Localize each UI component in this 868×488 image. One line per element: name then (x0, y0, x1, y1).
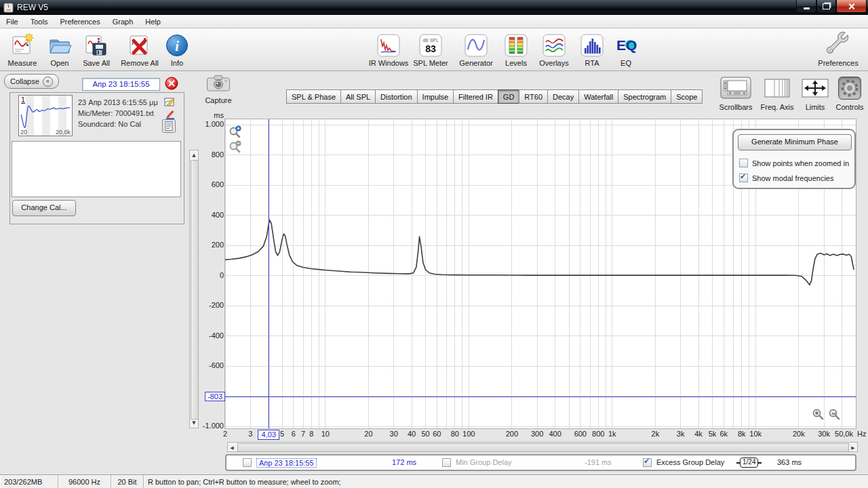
tab-all-spl[interactable]: All SPL (340, 89, 376, 104)
graph-controls-panel: Generate Minimum Phase Show points when … (732, 129, 856, 189)
show-points-row[interactable]: Show points when zoomed in (739, 159, 849, 167)
tab-spl-phase[interactable]: SPL & Phase (286, 89, 341, 104)
capture-label: Capture (201, 96, 236, 104)
scroll-right-icon[interactable]: ▶ (850, 445, 856, 451)
y-tick--400: -400 (193, 331, 224, 340)
show-points-checkbox[interactable] (739, 159, 748, 167)
generate-minimum-phase-button[interactable]: Generate Minimum Phase (738, 134, 852, 150)
menu-file[interactable]: File (0, 16, 24, 27)
x-tick-10k: 10k (742, 430, 769, 438)
zoom-out-icon[interactable] (229, 140, 241, 156)
tab-distortion[interactable]: Distortion (375, 89, 417, 104)
tab-filtered-ir[interactable]: Filtered IR (453, 89, 498, 104)
limits-button[interactable]: Limits (795, 76, 835, 111)
delete-icon (165, 77, 178, 90)
measurement-thumbnail[interactable]: 1 20 20,0k (18, 95, 73, 136)
vertical-scroll-thumb[interactable] (191, 160, 199, 420)
pen-icon (165, 108, 176, 119)
min-group-delay-label: Min Group Delay (456, 458, 512, 466)
delete-measurement-button[interactable] (165, 77, 178, 90)
freq-axis-label: Freq. Axis (757, 103, 797, 111)
menu-tools[interactable]: Tools (24, 16, 54, 27)
info-button[interactable]: i Info (152, 30, 202, 67)
graph-vertical-scrollbar[interactable]: ▲ ▼ (189, 150, 199, 428)
notes-button[interactable] (162, 119, 176, 136)
show-modal-row[interactable]: Show modal frequencies (739, 174, 833, 182)
x-tick-100: 100 (455, 430, 482, 438)
y-axis-unit: ms (199, 111, 224, 119)
smoothing-control[interactable]: 1/24 (736, 458, 762, 468)
excess-group-delay-label: Excess Group Delay (656, 458, 724, 466)
measurement-date: 23 Апр 2013 6:15:55 μμ (78, 98, 158, 106)
measurement-name-input[interactable]: Апр 23 18:15:55 (82, 78, 160, 91)
cal-edit-button[interactable] (164, 96, 175, 110)
minimize-button[interactable] (796, 0, 816, 13)
tab-scope[interactable]: Scope (671, 89, 703, 104)
tab-rt60[interactable]: RT60 (519, 89, 548, 104)
preferences-button[interactable]: Preferences (813, 30, 863, 67)
excess-group-delay-checkbox[interactable] (643, 458, 652, 467)
limits-icon (795, 76, 835, 100)
change-cal-button[interactable]: Change Cal... (12, 200, 76, 216)
thumbnail-max-freq: 20,0k (56, 129, 71, 136)
eq-button[interactable]: EQ EQ (601, 30, 651, 67)
menu-graph[interactable]: Graph (106, 16, 140, 27)
save-all-button[interactable]: Save All (71, 30, 121, 67)
limits-label: Limits (795, 103, 835, 111)
tab-waterfall[interactable]: Waterfall (578, 89, 618, 104)
sample-rate-status: 96000 Hz (58, 475, 111, 488)
x-tick-20: 20 (355, 430, 382, 438)
app-icon (3, 3, 14, 13)
cal-edit-icon (164, 96, 175, 107)
gear-icon (840, 78, 860, 98)
zoom-fit-all-icon[interactable] (828, 407, 841, 423)
y-tick-1.000: 1.000 (193, 120, 224, 128)
minimize-icon (804, 7, 810, 9)
controls-button[interactable]: Controls (830, 76, 868, 111)
spl-meter-label: SPL Meter (406, 59, 456, 67)
notes-area[interactable] (12, 141, 181, 197)
spl-meter-value-text: 83 (425, 43, 436, 54)
min-group-delay-checkbox[interactable] (442, 458, 451, 467)
close-button[interactable] (836, 0, 867, 13)
graph-horizontal-scrollbar[interactable]: ◀ ▶ (227, 442, 858, 452)
maximize-button[interactable] (816, 0, 836, 13)
measurement-trace-label[interactable]: Апр 23 18:15:55 (256, 458, 317, 468)
x-tick-200: 200 (498, 430, 526, 438)
preferences-label: Preferences (813, 59, 863, 67)
smoothing-right-handle (758, 462, 762, 464)
menu-help[interactable]: Help (139, 16, 167, 27)
measurement-trace-value: 172 ms (392, 458, 416, 466)
tab-impulse[interactable]: Impulse (417, 89, 454, 104)
x-axis-unit: Hz (857, 430, 866, 438)
restore-icon (823, 3, 830, 9)
freq-axis-icon (757, 76, 797, 100)
y-tick-600: 600 (193, 180, 224, 188)
chevron-left-icon: « (43, 77, 53, 87)
x-tick-1k: 1k (599, 430, 626, 438)
zoom-fit-vertical-icon[interactable] (812, 407, 825, 423)
graph-legend-bar: Апр 23 18:15:55 172 ms Min Group Delay -… (225, 454, 856, 471)
controls-label: Controls (830, 103, 868, 111)
menu-items: FileToolsPreferencesGraphHelp (0, 16, 167, 27)
freq-axis-button[interactable]: Freq. Axis (757, 76, 797, 111)
spl-meter-button[interactable]: dB SPL83 SPL Meter (406, 30, 456, 67)
menu-preferences[interactable]: Preferences (54, 16, 106, 27)
zoom-in-icon[interactable] (229, 125, 241, 141)
measurement-trace-checkbox[interactable] (243, 458, 252, 467)
collapse-button[interactable]: Collapse « (4, 74, 59, 89)
scroll-left-icon[interactable]: ◀ (229, 445, 235, 451)
measurement-mic: Mic/Meter: 7000491.txt (78, 109, 154, 117)
scrollbars-button[interactable]: Scrollbars (716, 76, 755, 111)
show-modal-checkbox[interactable] (739, 174, 748, 182)
tab-decay[interactable]: Decay (547, 89, 579, 104)
measurement-soundcard: Soundcard: No Cal (78, 120, 141, 128)
capture-button[interactable]: Capture (201, 75, 236, 104)
measurement-index: 1 (21, 96, 25, 104)
tab-gd[interactable]: GD (498, 89, 520, 104)
svg-text:i: i (175, 39, 179, 54)
y-tick--600: -600 (193, 361, 224, 369)
horizontal-scroll-thumb[interactable] (237, 443, 849, 452)
menu-bar: FileToolsPreferencesGraphHelp (0, 15, 868, 28)
tab-spectrogram[interactable]: Spectrogram (618, 89, 671, 104)
